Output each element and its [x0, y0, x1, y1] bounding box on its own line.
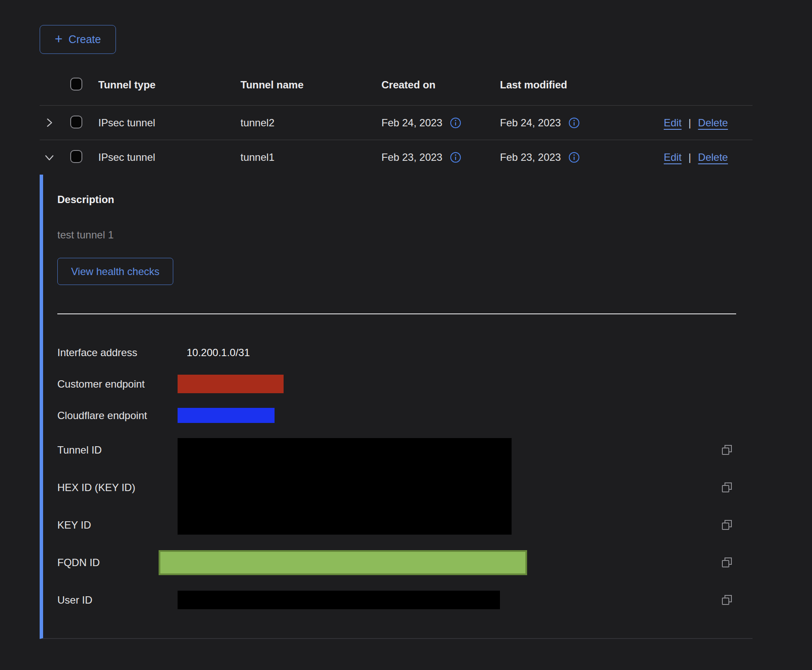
created-on-cell: Feb 23, 2023: [381, 151, 500, 163]
table-row: IPsec tunnel tunnel2 Feb 24, 2023 Feb 24…: [40, 106, 753, 140]
field-label: User ID: [57, 594, 178, 606]
redaction-block-black: [178, 591, 500, 609]
edit-link[interactable]: Edit: [664, 151, 681, 163]
column-header-last-modified: Last modified: [500, 79, 664, 91]
field-row-user-id: User ID: [57, 581, 736, 619]
field-label: HEX ID (KEY ID): [57, 482, 178, 494]
tunnel-type-cell: IPsec tunnel: [98, 117, 240, 129]
field-row-fqdn-id: FQDN ID: [57, 544, 736, 581]
tunnel-name-cell: tunnel2: [240, 117, 381, 129]
tunnels-page: + Create Tunnel type Tunnel name Created…: [0, 0, 812, 670]
column-header-created-on: Created on: [381, 79, 500, 91]
expanded-panel: Description test tunnel 1 View health ch…: [40, 175, 753, 639]
info-icon[interactable]: [568, 152, 580, 163]
info-icon[interactable]: [450, 152, 461, 163]
info-icon[interactable]: [450, 117, 461, 128]
select-all-checkbox[interactable]: [70, 78, 82, 91]
field-label: Interface address: [57, 347, 178, 359]
redaction-block-blue: [178, 408, 275, 423]
row-actions: Edit | Delete: [664, 117, 753, 129]
actions-separator: |: [688, 151, 691, 163]
actions-separator: |: [688, 117, 691, 129]
redaction-block-green: [159, 550, 527, 575]
field-label: Tunnel ID: [57, 444, 178, 456]
view-health-checks-button[interactable]: View health checks: [57, 258, 173, 285]
created-on-value: Feb 24, 2023: [381, 117, 442, 129]
row-checkbox[interactable]: [70, 116, 82, 128]
collapse-chevron-down-icon[interactable]: [40, 153, 62, 163]
redaction-block-black-span: [178, 438, 512, 535]
edit-link[interactable]: Edit: [664, 117, 681, 129]
tunnel-name-cell: tunnel1: [240, 151, 381, 163]
tunnels-table: Tunnel type Tunnel name Created on Last …: [40, 65, 753, 639]
tunnel-detail-fields: Interface address 10.200.1.0/31 Customer…: [57, 337, 736, 619]
created-on-cell: Feb 24, 2023: [381, 117, 500, 129]
copy-icon[interactable]: [721, 519, 734, 532]
row-actions: Edit | Delete: [664, 151, 753, 163]
field-label: Cloudflare endpoint: [57, 410, 178, 422]
created-on-value: Feb 23, 2023: [381, 151, 442, 163]
redaction-block-red: [178, 375, 284, 393]
row-checkbox[interactable]: [70, 150, 82, 163]
info-icon[interactable]: [568, 117, 580, 128]
column-header-tunnel-type: Tunnel type: [98, 79, 240, 91]
table-row: IPsec tunnel tunnel1 Feb 23, 2023 Feb 23…: [40, 140, 753, 175]
section-divider: [57, 313, 736, 314]
field-label: Customer endpoint: [57, 378, 178, 390]
tunnel-type-cell: IPsec tunnel: [98, 151, 240, 163]
copy-icon[interactable]: [721, 444, 734, 457]
field-row-cloudflare-endpoint: Cloudflare endpoint: [57, 400, 736, 431]
description-value: test tunnel 1: [57, 229, 753, 241]
field-label: KEY ID: [57, 519, 178, 531]
row-checkbox-cell: [62, 150, 98, 165]
column-header-tunnel-name: Tunnel name: [240, 79, 381, 91]
delete-link[interactable]: Delete: [698, 151, 728, 163]
delete-link[interactable]: Delete: [698, 117, 728, 129]
interface-address-value: 10.200.1.0/31: [178, 347, 250, 359]
copy-icon[interactable]: [721, 594, 734, 607]
create-button[interactable]: + Create: [40, 25, 116, 54]
row-checkbox-cell: [62, 116, 98, 130]
last-modified-value: Feb 23, 2023: [500, 151, 561, 163]
last-modified-cell: Feb 24, 2023: [500, 117, 664, 129]
last-modified-value: Feb 24, 2023: [500, 117, 561, 129]
table-header-row: Tunnel type Tunnel name Created on Last …: [40, 65, 753, 106]
select-all-cell: [62, 78, 98, 92]
description-label: Description: [57, 193, 753, 206]
field-row-customer-endpoint: Customer endpoint: [57, 368, 736, 400]
field-row-interface-address: Interface address 10.200.1.0/31: [57, 337, 736, 368]
create-button-label: Create: [69, 33, 101, 46]
copy-icon[interactable]: [721, 556, 734, 569]
plus-icon: +: [55, 32, 62, 46]
last-modified-cell: Feb 23, 2023: [500, 151, 664, 163]
expand-chevron-right-icon[interactable]: [40, 118, 62, 128]
copy-icon[interactable]: [721, 481, 734, 494]
